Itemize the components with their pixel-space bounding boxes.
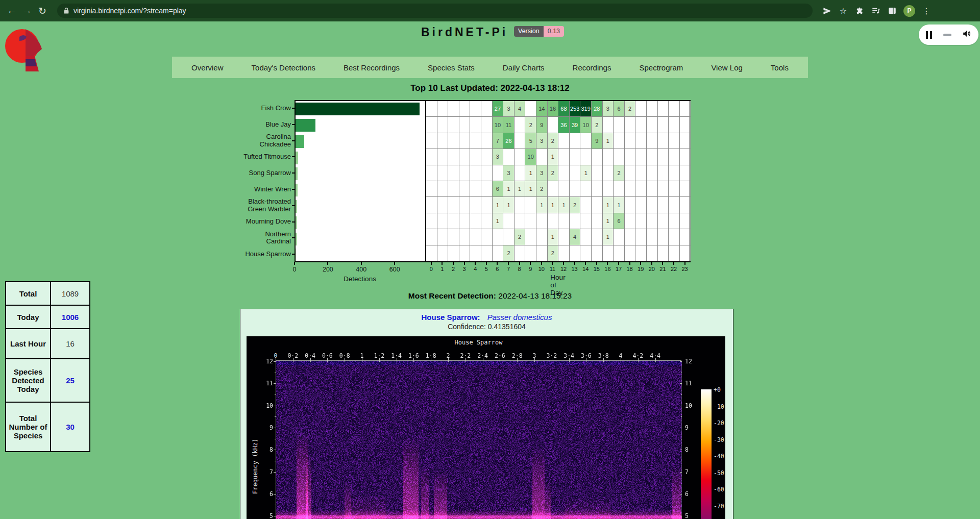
nav-item-today-s-detections[interactable]: Today's Detections (252, 63, 315, 72)
nav-item-spectrogram[interactable]: Spectrogram (639, 63, 683, 72)
spectrogram-freq-tick (680, 383, 682, 384)
heatmap-cell (536, 149, 548, 165)
bar-axis-title: Detections (344, 275, 376, 283)
stats-value-link[interactable]: 30 (51, 402, 90, 452)
spectrogram-freq-minortick (275, 394, 276, 395)
heatmap-cell (493, 245, 504, 261)
spectrogram-freq-minortick (275, 461, 276, 461)
heatmap-cell (437, 165, 449, 181)
heatmap-cell (625, 149, 636, 165)
profile-avatar[interactable]: P (903, 5, 915, 17)
heatmap-cell (669, 149, 680, 165)
heatmap-cell: 3 (536, 133, 548, 149)
menu-dots-icon[interactable]: ⋮ (921, 6, 932, 16)
heatmap-cell (669, 213, 680, 229)
heatmap-cell: 4 (514, 101, 526, 117)
hour-axis-tick (541, 262, 542, 265)
detection-species-line: House Sparrow: Passer domesticus (240, 313, 733, 322)
hour-axis-tick (563, 262, 564, 265)
reload-icon[interactable]: ↻ (35, 5, 50, 17)
hour-axis-tick (618, 262, 619, 265)
spectrogram-time-tick (534, 358, 535, 362)
heatmap-cell: 2 (548, 165, 559, 181)
heatmap-cell (570, 245, 581, 261)
heatmap-cell (481, 181, 493, 197)
spectrogram-time-tick (621, 358, 621, 362)
heatmap-cell: 16 (548, 101, 559, 117)
heatmap-cell (503, 229, 514, 245)
hour-axis-tick (519, 262, 520, 265)
url-bar[interactable]: virginia.birdnetpi.com/?stream=play (57, 4, 813, 18)
heatmap-cell: 2 (570, 197, 581, 213)
spectrogram-freq-minortick (681, 439, 682, 439)
spectrogram-freq-ticklabel-right: 10 (685, 402, 692, 409)
hour-axis-ticklabel: 14 (582, 266, 589, 272)
spectrogram-freq-ticklabel: 5 (260, 512, 273, 519)
heatmap-cell (481, 213, 493, 229)
spectrogram-freq-ticklabel: 8 (260, 446, 273, 453)
spectrogram-freq-ticklabel-right: 9 (685, 424, 689, 431)
seek-slider[interactable] (943, 34, 951, 36)
heatmap-cell (592, 229, 603, 245)
nav-item-view-log[interactable]: View Log (711, 63, 742, 72)
heatmap-cell (558, 133, 570, 149)
heatmap-cell (625, 181, 636, 197)
heatmap-cell (635, 213, 647, 229)
hour-axis-ticklabel: 8 (518, 266, 521, 272)
hour-axis-ticklabel: 22 (671, 266, 677, 272)
stats-value-link[interactable]: 25 (51, 359, 90, 402)
heatmap-cell (625, 165, 636, 181)
species-name-link[interactable]: House Sparrow: (422, 313, 480, 322)
playlist-icon[interactable] (871, 6, 881, 16)
nav-item-daily-charts[interactable]: Daily Charts (503, 63, 545, 72)
hour-axis-ticklabel: 6 (496, 266, 499, 272)
heatmap-cell (536, 213, 548, 229)
audio-player[interactable] (919, 24, 978, 45)
side-panel-icon[interactable] (887, 6, 897, 16)
heatmap-cell (448, 165, 459, 181)
spectrogram-freq-tick (680, 406, 682, 406)
heatmap-cell (592, 213, 603, 229)
heatmap-cell: 28 (592, 101, 603, 117)
page-title: BirdNET-Pi (421, 26, 508, 39)
extensions-icon[interactable] (854, 6, 865, 16)
heatmap-cell: 253 (570, 101, 581, 117)
hour-axis-ticklabel: 5 (485, 266, 488, 272)
forward-icon[interactable]: → (19, 5, 35, 16)
heatmap-cell: 1 (493, 197, 504, 213)
heatmap-cell (437, 181, 449, 197)
spectrogram-time-tick (603, 358, 604, 362)
species-label: Blue Jay (209, 121, 291, 129)
spectrogram-time-tick (397, 358, 397, 362)
bookmark-star-icon[interactable]: ☆ (838, 6, 848, 16)
species-axis-tick (292, 124, 295, 125)
heatmap-cell (459, 245, 471, 261)
heatmap-cell (635, 197, 647, 213)
spectrogram-freq-minortick (681, 461, 682, 461)
heatmap-cell (459, 229, 471, 245)
heatmap-cell (669, 181, 680, 197)
pause-icon[interactable] (926, 31, 932, 39)
heatmap-cell: 1 (548, 197, 559, 213)
heatmap-cell: 1 (603, 197, 614, 213)
back-icon[interactable]: ← (4, 5, 19, 16)
heatmap-cell: 10 (525, 149, 536, 165)
browser-chrome: ← → ↻ virginia.birdnetpi.com/?stream=pla… (0, 0, 980, 21)
nav-item-recordings[interactable]: Recordings (573, 63, 611, 72)
nav-item-species-stats[interactable]: Species Stats (428, 63, 475, 72)
nav-item-overview[interactable]: Overview (191, 63, 224, 72)
nav-item-best-recordings[interactable]: Best Recordings (344, 63, 400, 72)
hour-axis-tick (585, 262, 586, 265)
heatmap-cell: 9 (536, 117, 548, 133)
send-icon[interactable] (822, 6, 832, 16)
spectrogram-freq-ticklabel-right: 7 (685, 468, 689, 476)
stats-value-link[interactable]: 1006 (51, 305, 90, 329)
heatmap-cell (426, 149, 437, 165)
speaker-icon[interactable] (962, 29, 971, 40)
heatmap-cell (603, 181, 614, 197)
heatmap-cell (558, 245, 570, 261)
nav-item-tools[interactable]: Tools (771, 63, 789, 72)
species-label: Black-throatedGreen Warbler (209, 198, 291, 213)
heatmap-cell (680, 213, 691, 229)
spectrogram-freq-ticklabel: 7 (260, 468, 273, 476)
